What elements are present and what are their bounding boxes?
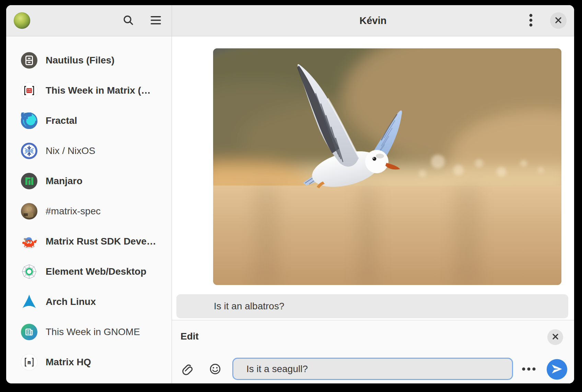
- more-options-button[interactable]: [521, 361, 537, 378]
- rust-sdk-room-icon: [21, 233, 37, 250]
- message-bubble[interactable]: Is it an albatros?: [176, 294, 568, 318]
- attach-file-button[interactable]: [179, 361, 196, 378]
- sidebar-item-matrix-rust-sdk-deve[interactable]: Matrix Rust SDK Deve…: [6, 226, 172, 257]
- svg-text:m: m: [27, 359, 31, 366]
- sidebar-item-label: Arch Linux: [46, 296, 96, 307]
- sidebar-item-manjaro[interactable]: Manjaro: [6, 166, 172, 196]
- matrix-spec-avatar: [21, 203, 37, 219]
- kebab-menu-icon: [529, 14, 533, 28]
- composer-area: Edit: [172, 320, 574, 383]
- sidebar-item-this-week-in-matrix[interactable]: This Week in Matrix (…: [6, 75, 172, 106]
- hamburger-menu-icon: [150, 15, 161, 26]
- chat-header: Kévin: [172, 5, 574, 36]
- window-close-button[interactable]: [550, 12, 567, 29]
- sidebar-item-this-week-in-gnome[interactable]: This Week in GNOME: [6, 317, 172, 347]
- manjaro-room-icon: [21, 173, 37, 189]
- sidebar-item-label: This Week in Matrix (…: [46, 85, 151, 96]
- nix-room-icon: [21, 143, 37, 159]
- fractal-room-icon: [21, 112, 37, 129]
- close-icon: [552, 333, 559, 341]
- smiley-icon: [208, 361, 223, 378]
- sidebar-item-label: Manjaro: [46, 176, 82, 187]
- element-room-icon: [21, 263, 37, 280]
- sidebar-item-label: This Week in GNOME: [46, 326, 140, 337]
- main-menu-button[interactable]: [148, 12, 164, 29]
- chat-panel: Is it an albatros? Edit: [172, 36, 574, 383]
- titlebar: Kévin: [6, 5, 574, 36]
- sidebar-item-label: Matrix Rust SDK Deve…: [46, 236, 156, 247]
- twig-room-icon: [21, 324, 37, 340]
- sidebar-item-nix-nixos[interactable]: Nix / NixOS: [6, 136, 172, 166]
- sidebar-item-matrix-spec[interactable]: #matrix-spec: [6, 196, 172, 226]
- message-input[interactable]: [232, 358, 513, 380]
- sidebar-item-label: Nautilus (Files): [46, 55, 115, 66]
- sidebar-item-nautilus-files[interactable]: Nautilus (Files): [6, 45, 172, 75]
- sidebar-item-matrix-hq[interactable]: m Matrix HQ: [6, 347, 172, 377]
- room-menu-button[interactable]: [523, 12, 539, 29]
- send-button[interactable]: [547, 359, 567, 380]
- chat-title: Kévin: [360, 15, 387, 26]
- screenshot-root: { "titlebar": { "title": "Kévin" }, "sid…: [0, 0, 582, 392]
- app-body: Nautilus (Files) This Week in Matrix (… …: [6, 36, 574, 383]
- search-icon: [123, 14, 134, 27]
- emoji-button[interactable]: [207, 361, 223, 378]
- account-avatar[interactable]: [14, 12, 30, 29]
- message-text: Is it an albatros?: [214, 301, 284, 312]
- sidebar-item-label: Fractal: [46, 115, 77, 126]
- matrix-hq-room-icon: m: [21, 354, 37, 370]
- nautilus-room-icon: [21, 52, 37, 69]
- search-button[interactable]: [120, 12, 137, 29]
- sidebar-item-label: Matrix HQ: [46, 357, 91, 368]
- paperclip-icon: [180, 361, 195, 378]
- sidebar-item-element-web-desktop[interactable]: Element Web/Desktop: [6, 257, 172, 287]
- sidebar-item-label: Element Web/Desktop: [46, 266, 147, 277]
- message-history: Is it an albatros?: [172, 36, 574, 320]
- close-icon: [555, 17, 562, 25]
- sidebar-item-label: Nix / NixOS: [46, 145, 95, 156]
- fractal-app-window: Kévin: [6, 5, 574, 383]
- twim-room-icon: [21, 82, 37, 99]
- sidebar-item-label: #matrix-spec: [46, 206, 101, 217]
- room-list: Nautilus (Files) This Week in Matrix (… …: [6, 36, 172, 383]
- arch-room-icon: [21, 294, 37, 310]
- edit-mode-label: Edit: [181, 331, 199, 342]
- message-photo-seagull[interactable]: [213, 48, 561, 285]
- edit-cancel-button[interactable]: [547, 329, 563, 345]
- sidebar-header: [6, 5, 172, 36]
- ellipsis-icon: [522, 367, 536, 372]
- send-paper-plane-icon: [551, 364, 563, 375]
- sidebar-item-fractal[interactable]: Fractal: [6, 106, 172, 136]
- sidebar-item-arch-linux[interactable]: Arch Linux: [6, 287, 172, 317]
